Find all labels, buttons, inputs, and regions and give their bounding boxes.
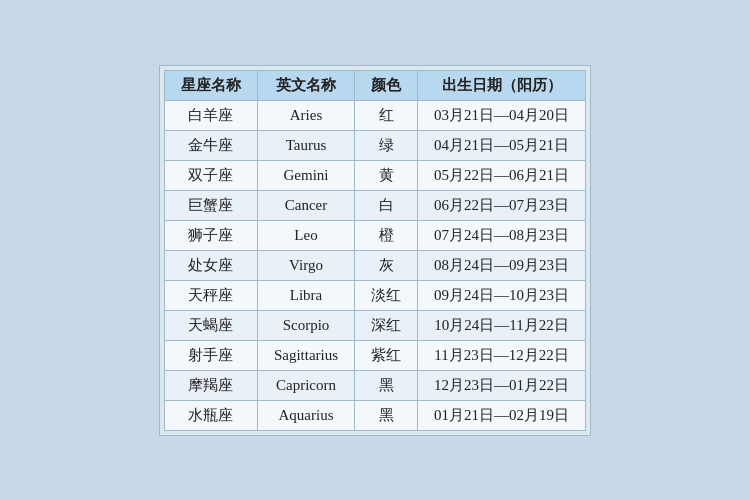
cell-color: 灰 — [355, 250, 418, 280]
table-row: 金牛座Taurus绿04月21日—05月21日 — [164, 130, 585, 160]
cell-dates: 05月22日—06月21日 — [418, 160, 586, 190]
zodiac-table-container: 星座名称 英文名称 颜色 出生日期（阳历） 白羊座Aries红03月21日—04… — [159, 65, 591, 436]
cell-dates: 06月22日—07月23日 — [418, 190, 586, 220]
table-row: 水瓶座Aquarius黑01月21日—02月19日 — [164, 400, 585, 430]
cell-color: 黑 — [355, 400, 418, 430]
cell-color: 紫红 — [355, 340, 418, 370]
table-row: 摩羯座Capricorn黑12月23日—01月22日 — [164, 370, 585, 400]
table-body: 白羊座Aries红03月21日—04月20日金牛座Taurus绿04月21日—0… — [164, 100, 585, 430]
cell-dates: 07月24日—08月23日 — [418, 220, 586, 250]
cell-dates: 01月21日—02月19日 — [418, 400, 586, 430]
header-color: 颜色 — [355, 70, 418, 100]
cell-english-name: Cancer — [257, 190, 354, 220]
cell-english-name: Aries — [257, 100, 354, 130]
cell-english-name: Aquarius — [257, 400, 354, 430]
cell-english-name: Leo — [257, 220, 354, 250]
table-row: 双子座Gemini黄05月22日—06月21日 — [164, 160, 585, 190]
cell-color: 红 — [355, 100, 418, 130]
cell-chinese-name: 双子座 — [164, 160, 257, 190]
cell-color: 深红 — [355, 310, 418, 340]
table-row: 射手座Sagittarius紫红11月23日—12月22日 — [164, 340, 585, 370]
cell-english-name: Gemini — [257, 160, 354, 190]
cell-color: 淡红 — [355, 280, 418, 310]
cell-dates: 10月24日—11月22日 — [418, 310, 586, 340]
cell-chinese-name: 处女座 — [164, 250, 257, 280]
cell-color: 白 — [355, 190, 418, 220]
table-row: 处女座Virgo灰08月24日—09月23日 — [164, 250, 585, 280]
cell-chinese-name: 天蝎座 — [164, 310, 257, 340]
cell-chinese-name: 金牛座 — [164, 130, 257, 160]
cell-dates: 12月23日—01月22日 — [418, 370, 586, 400]
cell-chinese-name: 射手座 — [164, 340, 257, 370]
cell-color: 橙 — [355, 220, 418, 250]
cell-dates: 09月24日—10月23日 — [418, 280, 586, 310]
table-row: 天秤座Libra淡红09月24日—10月23日 — [164, 280, 585, 310]
cell-chinese-name: 白羊座 — [164, 100, 257, 130]
cell-color: 绿 — [355, 130, 418, 160]
header-english-name: 英文名称 — [257, 70, 354, 100]
zodiac-table: 星座名称 英文名称 颜色 出生日期（阳历） 白羊座Aries红03月21日—04… — [164, 70, 586, 431]
cell-chinese-name: 巨蟹座 — [164, 190, 257, 220]
cell-english-name: Capricorn — [257, 370, 354, 400]
cell-chinese-name: 摩羯座 — [164, 370, 257, 400]
table-row: 狮子座Leo橙07月24日—08月23日 — [164, 220, 585, 250]
cell-dates: 11月23日—12月22日 — [418, 340, 586, 370]
cell-english-name: Sagittarius — [257, 340, 354, 370]
cell-chinese-name: 天秤座 — [164, 280, 257, 310]
cell-english-name: Virgo — [257, 250, 354, 280]
cell-english-name: Taurus — [257, 130, 354, 160]
cell-color: 黄 — [355, 160, 418, 190]
cell-dates: 03月21日—04月20日 — [418, 100, 586, 130]
cell-dates: 08月24日—09月23日 — [418, 250, 586, 280]
cell-chinese-name: 水瓶座 — [164, 400, 257, 430]
cell-color: 黑 — [355, 370, 418, 400]
cell-english-name: Libra — [257, 280, 354, 310]
cell-dates: 04月21日—05月21日 — [418, 130, 586, 160]
table-row: 白羊座Aries红03月21日—04月20日 — [164, 100, 585, 130]
cell-chinese-name: 狮子座 — [164, 220, 257, 250]
table-header-row: 星座名称 英文名称 颜色 出生日期（阳历） — [164, 70, 585, 100]
header-dates: 出生日期（阳历） — [418, 70, 586, 100]
header-chinese-name: 星座名称 — [164, 70, 257, 100]
table-row: 天蝎座Scorpio深红10月24日—11月22日 — [164, 310, 585, 340]
table-row: 巨蟹座Cancer白06月22日—07月23日 — [164, 190, 585, 220]
cell-english-name: Scorpio — [257, 310, 354, 340]
